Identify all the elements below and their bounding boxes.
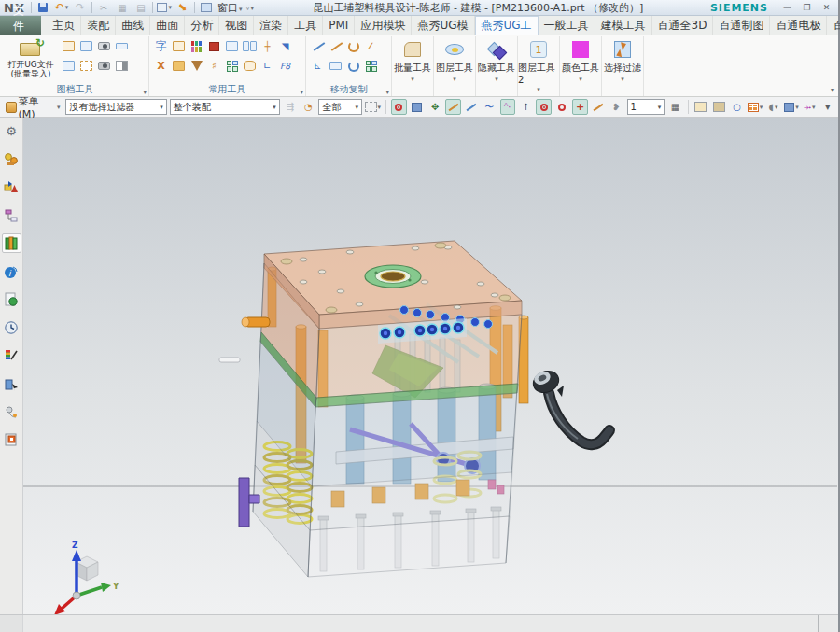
tab-modeling-tools[interactable]: 建模工具 xyxy=(595,16,652,35)
point-move-icon[interactable]: ⊾ xyxy=(310,58,326,74)
tab-surface[interactable]: 曲面 xyxy=(150,16,185,35)
snap-face-icon[interactable]: ❥ xyxy=(609,99,623,115)
marquee-select-icon[interactable] xyxy=(365,99,381,115)
snap-point-icon[interactable] xyxy=(391,99,406,115)
hide-tools-button[interactable]: 隐藏工具 ▾ xyxy=(476,36,518,96)
selbar-options-icon[interactable]: ▾ xyxy=(820,99,835,115)
internet-info-icon[interactable]: i xyxy=(2,261,21,281)
graphics-viewport[interactable]: Z Y X xyxy=(23,118,838,614)
window-menu-icon[interactable] xyxy=(199,1,214,14)
tab-tools[interactable]: 工具 xyxy=(288,16,323,35)
3d-model-canvas[interactable]: Z Y X xyxy=(23,118,837,614)
refresh-icon[interactable]: ○ xyxy=(729,99,744,115)
screenshot-icon[interactable] xyxy=(96,38,112,54)
open-ug-file-button[interactable]: ↻ 打开UG文件 (批量导入) xyxy=(5,37,57,79)
cube-outline-icon[interactable] xyxy=(171,38,187,54)
frame-grid-icon[interactable]: ♯ xyxy=(206,58,222,74)
history-clock-icon[interactable] xyxy=(2,317,21,337)
color-wheel-icon[interactable]: ◔ xyxy=(301,99,315,115)
window-menu-label[interactable]: 窗口 xyxy=(217,1,243,15)
shapes-icon[interactable] xyxy=(224,58,240,74)
tab-curve[interactable]: 曲线 xyxy=(116,16,150,35)
tab-baitong-drawing[interactable]: 百通制图 xyxy=(713,16,770,35)
tab-yanxiu-tools[interactable]: 燕秀UG工 xyxy=(475,16,539,35)
clip-section-icon[interactable]: ◖ xyxy=(765,99,780,115)
tab-home[interactable]: 主页 xyxy=(47,16,81,35)
selection-filter-dropdown[interactable]: 没有选择过滤器▾ xyxy=(65,99,166,115)
menu-button[interactable]: 菜单(M) xyxy=(3,94,63,120)
color-tools-button[interactable]: 颜色工具 ▾ xyxy=(560,36,602,96)
corner-blue-icon[interactable]: ◥ xyxy=(277,38,293,54)
snap-curve-icon[interactable]: 〜 xyxy=(482,99,497,115)
tab-yanxiu-mold[interactable]: 燕秀UG模 xyxy=(412,16,474,35)
save-icon[interactable] xyxy=(35,1,50,14)
snap-cube-icon[interactable] xyxy=(410,99,425,115)
snap-vertical-icon[interactable]: ↑ xyxy=(518,99,533,115)
solid-cube-icon[interactable] xyxy=(171,58,187,74)
table-icon[interactable]: ▦ xyxy=(667,99,682,115)
snap-point-on-curve-icon[interactable]: ᴬ· xyxy=(500,99,515,115)
copy-icon[interactable]: ▦ xyxy=(115,1,130,14)
group-dropdown-icon[interactable]: ▾ xyxy=(300,89,303,96)
roles-panel-icon[interactable] xyxy=(2,429,21,449)
snap-intersection-icon[interactable]: + xyxy=(572,99,587,115)
cut-icon[interactable]: ✂ xyxy=(96,1,111,14)
tab-general-tools[interactable]: 一般工具 xyxy=(539,16,595,35)
tab-analysis[interactable]: 分析 xyxy=(185,16,219,35)
tab-application[interactable]: 应用模块 xyxy=(355,16,412,35)
render-style-dropdown[interactable]: 1▾ xyxy=(627,99,665,115)
snap-circle-icon[interactable] xyxy=(554,99,569,115)
batch-tools-button[interactable]: 批量工具 ▾ xyxy=(392,36,434,96)
minimize-button[interactable]: — xyxy=(779,2,795,14)
rotate-box-icon[interactable] xyxy=(345,58,361,74)
axis-corner-icon[interactable]: ∟ xyxy=(259,58,275,74)
part-navigator-icon[interactable] xyxy=(2,205,21,225)
pattern-icon[interactable] xyxy=(363,58,379,74)
constraint-navigator-icon[interactable] xyxy=(2,177,21,197)
snap-move-icon[interactable]: ✥ xyxy=(427,99,442,115)
status-resize-corner[interactable] xyxy=(818,615,838,632)
split-view-icon[interactable] xyxy=(114,58,130,74)
image-capture-icon[interactable] xyxy=(711,99,726,115)
translate-box-icon[interactable] xyxy=(328,58,343,74)
open-part-icon[interactable] xyxy=(61,38,77,54)
color-grid-icon[interactable] xyxy=(189,38,204,54)
settings-gear-icon[interactable]: ⚙ xyxy=(2,121,21,141)
shaded-cube-icon[interactable] xyxy=(784,99,799,115)
select-filter-button[interactable]: 选择过滤 ▾ xyxy=(602,36,644,96)
touch-gesture-icon[interactable] xyxy=(2,401,21,421)
broom-icon[interactable] xyxy=(189,58,204,74)
snap-slash-icon[interactable] xyxy=(591,99,606,115)
tab-baitong-3d[interactable]: 百通全3D xyxy=(652,16,714,35)
snap-endpoint-icon[interactable] xyxy=(445,99,460,115)
dashed-cross-icon[interactable]: ┼ xyxy=(259,38,275,54)
select-linked-icon[interactable]: ⇶ xyxy=(283,99,298,115)
tab-file[interactable]: 文件(F) xyxy=(0,16,41,35)
text-tool-icon[interactable] xyxy=(153,38,169,54)
group-dropdown-icon[interactable]: ▾ xyxy=(385,89,389,96)
paste-icon[interactable]: ▤ xyxy=(133,1,148,14)
layer-tools-button[interactable]: 图层工具 ▾ xyxy=(434,36,476,96)
copy-line-icon[interactable] xyxy=(328,38,343,54)
rotate-icon[interactable] xyxy=(345,38,361,54)
red-cube-icon[interactable] xyxy=(206,38,222,54)
f8-view-icon[interactable] xyxy=(277,58,293,74)
swoosh-icon[interactable]: ➥ xyxy=(175,1,190,14)
process-navigator-icon[interactable] xyxy=(2,373,21,393)
angle-icon[interactable]: ∠ xyxy=(363,38,379,54)
restore-button[interactable]: ❐ xyxy=(799,2,815,14)
mirror-cubes-icon[interactable] xyxy=(242,38,258,54)
cube-box-icon[interactable] xyxy=(224,38,240,54)
snap-scope-dropdown[interactable]: 全部▾ xyxy=(318,99,362,115)
tab-baitong-tools[interactable]: 百通工具 xyxy=(827,16,840,35)
import-tray-icon[interactable] xyxy=(114,38,130,54)
delete-x-icon[interactable] xyxy=(153,58,169,74)
redo-icon[interactable]: ↷ xyxy=(73,1,88,14)
measure-arrows-icon[interactable]: ⤞ xyxy=(802,99,817,115)
tab-render[interactable]: 渲染 xyxy=(254,16,288,35)
tab-assemblies[interactable]: 装配 xyxy=(81,16,116,35)
material-palette-icon[interactable] xyxy=(2,345,21,365)
tab-baitong-electrode[interactable]: 百通电极 xyxy=(770,16,827,35)
close-button[interactable]: ✕ xyxy=(819,2,834,14)
assembly-navigator-icon[interactable] xyxy=(2,149,21,169)
